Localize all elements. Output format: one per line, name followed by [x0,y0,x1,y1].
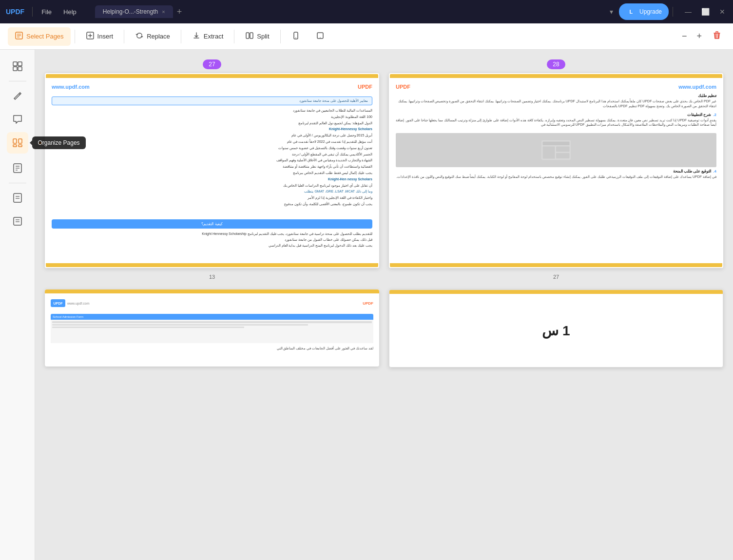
bottom-top-bar-right [389,290,723,294]
menu-file[interactable]: File [37,6,57,18]
section-4: 4.التوقيع على طلب المنحة في إضافة UPDF ي… [396,169,716,179]
page-header-left: www.updf.com UPDF [52,84,372,90]
zoom-in-button[interactable]: + [694,29,705,43]
svg-rect-35 [556,147,570,152]
title-bar-right: ▾ L Upgrade — ⬜ ✕ [608,3,727,20]
section3-title: تنظيم طلبك [396,94,716,98]
svg-rect-33 [543,142,570,146]
page-bottom-bar-right [390,263,722,267]
split-label: Split [257,33,269,40]
bottom-content-left: UPDF www.updf.com UPDF School Admission … [45,293,379,367]
active-tab[interactable]: Helping-O...-Strength × [95,5,173,18]
page-number-right: 27 [553,274,559,280]
zoom-out-button[interactable]: − [679,29,690,43]
toolbar-insert[interactable]: Insert [79,27,120,46]
toolbar-split[interactable]: Split [238,27,276,46]
split-icon [245,31,254,42]
sidebar-tool2[interactable] [7,211,28,232]
select-pages-icon [15,31,23,42]
tab-bar: Helping-O...-Strength × + [95,5,604,19]
sidebar-comment[interactable] [7,109,28,130]
page-content-right: www.updf.com UPDF تنظيم طلبك غير PDF الخ… [390,78,722,263]
page-brand-right: UPDF [396,84,410,90]
delete-button[interactable] [709,28,725,45]
maximize-button[interactable]: ⬜ [699,7,712,17]
svg-point-10 [295,37,296,38]
svg-rect-19 [19,139,22,143]
dropdown-icon[interactable]: ▾ [608,6,615,18]
toolbar-divider5 [280,30,281,43]
section-2: 2.شرح التطبيقات يقدم أدوات توصيفية UPDF … [396,113,716,128]
svg-rect-7 [246,33,249,39]
svg-rect-26 [14,193,21,202]
page-badge-28: 28 [547,59,565,69]
section4-text: في إضافة UPDF يساعدك على إضافة التوقيعات… [396,174,716,179]
mobile-icon [291,31,300,42]
sidebar-organize[interactable]: Organize Pages [7,132,28,154]
page-badge-27: 27 [203,59,221,69]
bottom-doc-image: School Admission Form [51,314,373,343]
bottom-page-card-left[interactable]: UPDF www.updf.com UPDF School Admission … [45,290,379,367]
minimize-button[interactable]: — [683,7,694,17]
toolbar-more1[interactable] [285,27,307,46]
page-highlight-box: معايير الأهلية للحصول على منحة جامعة ستا… [52,97,372,105]
sidebar-edit[interactable] [7,85,28,107]
svg-rect-20 [13,145,17,147]
main-area: Organize Pages [0,50,733,560]
insert-icon [86,31,95,42]
bottom-pages-grid: UPDF www.updf.com UPDF School Admission … [45,290,723,367]
add-tab-button[interactable]: + [173,5,186,19]
section-3: تنظيم طلبك غير PDF الخاص بك بحذي على بعض… [396,94,716,109]
svg-rect-13 [13,62,17,66]
title-bar: UPDF File Help Helping-O...-Strength × +… [0,0,733,23]
page-card-28[interactable]: www.updf.com UPDF تنظيم طلبك غير PDF الخ… [389,73,723,268]
page-logo-left: www.updf.com [52,84,90,90]
toolbar-divider3 [181,30,181,43]
sidebar-extract2[interactable] [7,157,28,179]
svg-rect-14 [18,62,22,66]
window-controls: — ⬜ ✕ [683,7,727,17]
page-top-bar-right [390,74,722,78]
page-button[interactable]: كيفية التقديم؟ [52,219,372,229]
svg-rect-34 [543,147,555,159]
section4-title: 4.التوقيع على طلب المنحة [396,169,716,174]
tab-close-icon[interactable]: × [162,9,165,15]
title-divider2 [673,7,673,17]
sidebar-tool1[interactable] [7,187,28,209]
page-wrapper-right: 28 www.updf.com UPDF تنظيم طلبك غير PDF … [389,59,723,280]
page-extra-text: للتقديم بطلب للحصول على منحة دراسية في ج… [52,232,372,257]
app-logo: UPDF [6,8,24,16]
menu-help[interactable]: Help [58,6,81,18]
user-avatar: L [626,6,637,17]
close-button[interactable]: ✕ [717,7,727,17]
svg-rect-8 [250,33,253,39]
sidebar-thumbnails[interactable] [7,56,28,77]
replace-icon [135,31,144,42]
bottom-page-wrapper-left: UPDF www.updf.com UPDF School Admission … [45,290,379,367]
page-top-bar-left [46,74,378,78]
toolbar-extract[interactable]: Extract [185,27,230,46]
toolbar-select-pages[interactable]: Select Pages [8,27,71,46]
svg-rect-16 [18,67,22,71]
bottom-page-card-right[interactable]: 1 س [389,290,723,367]
toolbar-replace[interactable]: Replace [128,27,177,46]
bottom-page-wrapper-right: 1 س [389,290,723,367]
page-brand-left: UPDF [358,84,372,90]
insert-label: Insert [97,33,114,40]
bottom-brand-left: UPDF [363,301,373,306]
svg-rect-29 [14,217,21,225]
page-number-left: 13 [209,274,215,280]
page-card-27[interactable]: www.updf.com UPDF معايير الأهلية للحصول … [45,73,379,268]
upgrade-button[interactable]: L Upgrade [619,3,669,20]
svg-line-17 [19,94,20,95]
pages-area[interactable]: 27 www.updf.com UPDF معايير الأهلية للحص… [35,50,733,560]
page-header-right: www.updf.com UPDF [396,84,716,90]
toolbar-divider4 [234,30,234,43]
toolbar-more2[interactable] [309,27,331,46]
section2-title: 2.شرح التطبيقات [396,113,716,117]
tab-title: Helping-O...-Strength [103,8,158,15]
title-menu: File Help [37,6,81,18]
svg-rect-36 [556,153,570,158]
page-screenshot-img [396,133,716,167]
svg-rect-21 [19,145,22,147]
